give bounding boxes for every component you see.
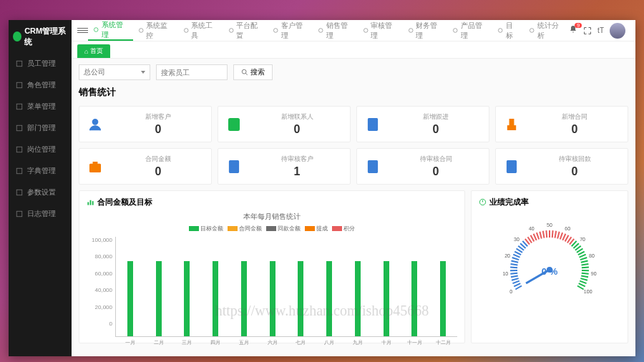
bar[interactable] — [384, 261, 389, 336]
svg-line-64 — [537, 233, 539, 239]
fullscreen-icon[interactable] — [583, 26, 592, 35]
sidebar-item-5[interactable]: 字典管理 — [9, 160, 72, 182]
nav-item-9[interactable]: 目标 — [492, 20, 524, 41]
gauge-tick: 50 — [547, 222, 552, 228]
bar-col: 三月 — [173, 237, 202, 336]
stat-value: 0 — [112, 165, 204, 178]
y-tick: 40,000 — [87, 287, 112, 293]
svg-line-51 — [511, 264, 518, 265]
sidebar-item-label: 部门管理 — [27, 123, 56, 133]
svg-line-53 — [512, 258, 519, 260]
bar[interactable] — [184, 261, 190, 336]
nav-item-10[interactable]: 统计分析 — [524, 20, 569, 41]
nav-icon — [529, 27, 535, 34]
bar[interactable] — [127, 261, 133, 336]
stat-value: 1 — [251, 165, 343, 178]
tab-home[interactable]: ⌂ 首页 — [77, 44, 110, 58]
main-area: 系统管理系统监控系统工具平台配置客户管理销售管理审核管理财务管理产品管理目标统计… — [72, 20, 635, 356]
nav-item-label: 系统监控 — [146, 21, 172, 41]
stat-value: 0 — [390, 123, 482, 136]
bar[interactable] — [326, 261, 332, 336]
legend-item[interactable]: 合同金额 — [228, 225, 262, 233]
svg-rect-0 — [16, 61, 22, 67]
nav-item-2[interactable]: 系统工具 — [178, 20, 223, 41]
x-tick: 十一月 — [407, 339, 422, 346]
bar[interactable] — [270, 261, 275, 336]
tab-bar: ⌂ 首页 — [72, 41, 635, 59]
svg-rect-40 — [92, 201, 94, 205]
stat-label: 新增跟进 — [390, 112, 482, 122]
sidebar-item-7[interactable]: 日志管理 — [9, 203, 72, 225]
gauge-tick: 40 — [529, 226, 535, 231]
x-tick: 十月 — [381, 339, 391, 346]
bar[interactable] — [440, 261, 446, 336]
gauge-tick: 30 — [514, 237, 519, 242]
nav-item-1[interactable]: 系统监控 — [133, 20, 178, 41]
sidebar-item-label: 参数设置 — [27, 187, 56, 197]
chart-title: 本年每月销售统计 — [87, 212, 457, 222]
menu-toggle-icon[interactable] — [77, 25, 88, 36]
bar[interactable] — [241, 261, 247, 336]
y-tick: 100,000 — [87, 237, 112, 243]
bar[interactable] — [355, 261, 361, 336]
nav-item-7[interactable]: 财务管理 — [403, 20, 448, 41]
bar-col: 十一月 — [401, 237, 429, 336]
legend-item[interactable]: 目标金额 — [189, 225, 223, 233]
bar[interactable] — [156, 261, 162, 336]
nav-icon — [408, 27, 414, 34]
nav-item-6[interactable]: 审核管理 — [358, 20, 403, 41]
notification-button[interactable]: 9 — [569, 25, 577, 36]
sidebar-item-3[interactable]: 部门管理 — [9, 117, 72, 139]
svg-line-91 — [580, 281, 586, 283]
y-axis: 100,00080,00060,00040,00020,0000 — [87, 237, 115, 337]
svg-rect-38 — [87, 202, 89, 205]
gauge-value: 0 % — [499, 266, 600, 277]
svg-line-69 — [552, 230, 553, 238]
sidebar-item-label: 角色管理 — [27, 80, 56, 90]
nav-item-5[interactable]: 销售管理 — [313, 20, 358, 41]
stat-label: 待审核客户 — [251, 155, 343, 164]
legend-swatch — [305, 226, 315, 231]
svg-rect-7 — [16, 211, 22, 217]
company-select[interactable]: 总公司 — [79, 64, 150, 80]
nav-item-3[interactable]: 平台配置 — [223, 20, 268, 41]
nav-icon — [273, 27, 278, 34]
legend-item[interactable]: 积分 — [332, 225, 355, 233]
nav-item-4[interactable]: 客户管理 — [268, 20, 313, 41]
nav-item-label: 客户管理 — [281, 21, 308, 41]
search-input[interactable] — [156, 64, 228, 80]
bar[interactable] — [411, 261, 417, 336]
y-tick: 80,000 — [87, 253, 112, 260]
sidebar-item-4[interactable]: 岗位管理 — [9, 139, 72, 160]
legend-label: 合同金额 — [239, 225, 262, 233]
nav-item-0[interactable]: 系统管理 — [88, 20, 133, 41]
svg-line-83 — [580, 258, 587, 260]
nav-item-8[interactable]: 产品管理 — [447, 20, 492, 41]
stat-label: 新增客户 — [112, 112, 204, 122]
x-tick: 八月 — [324, 339, 334, 346]
legend-item[interactable]: 提成 — [305, 225, 328, 233]
sidebar-item-label: 字典管理 — [27, 166, 56, 176]
stat-card-0: 新增客户0 — [79, 106, 212, 142]
svg-point-11 — [229, 29, 233, 33]
svg-line-90 — [580, 278, 587, 280]
sidebar-item-2[interactable]: 菜单管理 — [9, 96, 72, 117]
stat-value: 0 — [390, 165, 482, 178]
legend-item[interactable]: 回款金额 — [266, 225, 301, 233]
font-size-icon[interactable]: tT — [597, 26, 604, 34]
gauge-tick: 70 — [580, 237, 585, 242]
bar[interactable] — [213, 261, 218, 336]
contacts-icon — [225, 116, 243, 133]
legend-swatch — [332, 226, 342, 231]
sidebar-item-6[interactable]: 参数设置 — [9, 182, 72, 203]
nav-item-label: 销售管理 — [326, 21, 353, 41]
user-icon — [87, 116, 104, 133]
bar[interactable] — [298, 261, 303, 336]
sidebar-item-0[interactable]: 员工管理 — [9, 53, 72, 74]
stat-value: 0 — [251, 123, 343, 136]
stat-label: 待审核合同 — [390, 155, 482, 164]
search-button[interactable]: 搜索 — [233, 64, 273, 80]
sidebar-item-1[interactable]: 角色管理 — [9, 74, 72, 96]
avatar[interactable] — [610, 23, 625, 39]
svg-rect-5 — [16, 168, 22, 174]
